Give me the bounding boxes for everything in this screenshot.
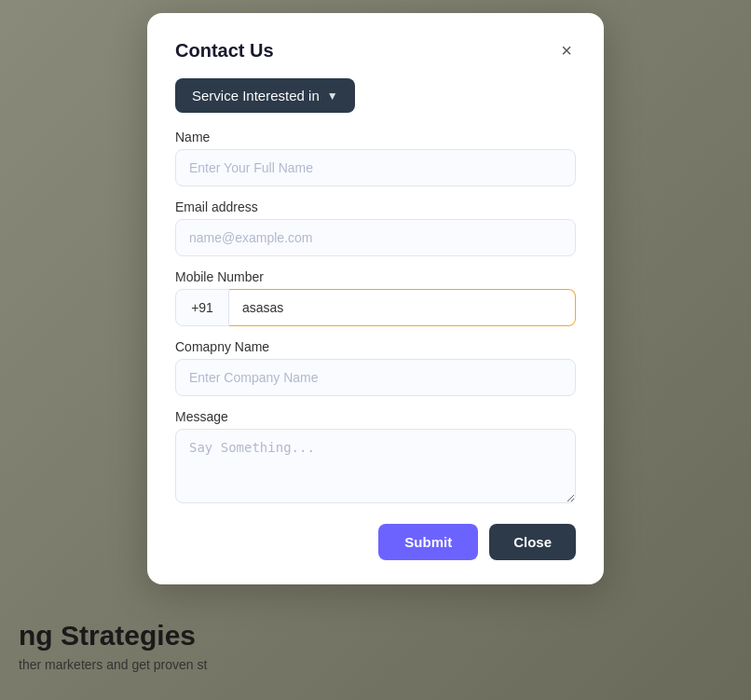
close-button[interactable]: Close [489, 524, 576, 560]
company-label: Comapny Name [175, 339, 576, 354]
chevron-down-icon: ▼ [327, 89, 338, 103]
email-label: Email address [175, 199, 576, 214]
message-textarea[interactable] [175, 429, 576, 503]
message-field-group: Message [175, 409, 576, 507]
email-input[interactable] [175, 219, 576, 256]
mobile-label: Mobile Number [175, 269, 576, 284]
modal-footer: Submit Close [175, 524, 576, 560]
email-field-group: Email address [175, 199, 576, 256]
bg-subtext: ther marketers and get proven st [19, 657, 207, 672]
company-input[interactable] [175, 359, 576, 396]
name-input[interactable] [175, 149, 576, 186]
modal-header: Contact Us × [175, 39, 576, 62]
name-label: Name [175, 130, 576, 144]
name-field-group: Name [175, 130, 576, 186]
mobile-input[interactable] [229, 289, 576, 326]
submit-button[interactable]: Submit [378, 524, 478, 560]
company-field-group: Comapny Name [175, 339, 576, 396]
country-code: +91 [175, 289, 229, 326]
bg-heading: ng Strategies [19, 620, 207, 652]
background-content: ng Strategies ther marketers and get pro… [19, 620, 207, 672]
service-btn-label: Service Interested in [192, 88, 320, 103]
service-interested-button[interactable]: Service Interested in ▼ [175, 78, 355, 113]
mobile-row: +91 [175, 289, 576, 326]
modal-title: Contact Us [175, 40, 274, 62]
contact-modal: Contact Us × Service Interested in ▼ Nam… [147, 13, 604, 584]
message-label: Message [175, 409, 576, 424]
mobile-field-group: Mobile Number +91 [175, 269, 576, 326]
modal-close-button[interactable]: × [557, 39, 576, 62]
